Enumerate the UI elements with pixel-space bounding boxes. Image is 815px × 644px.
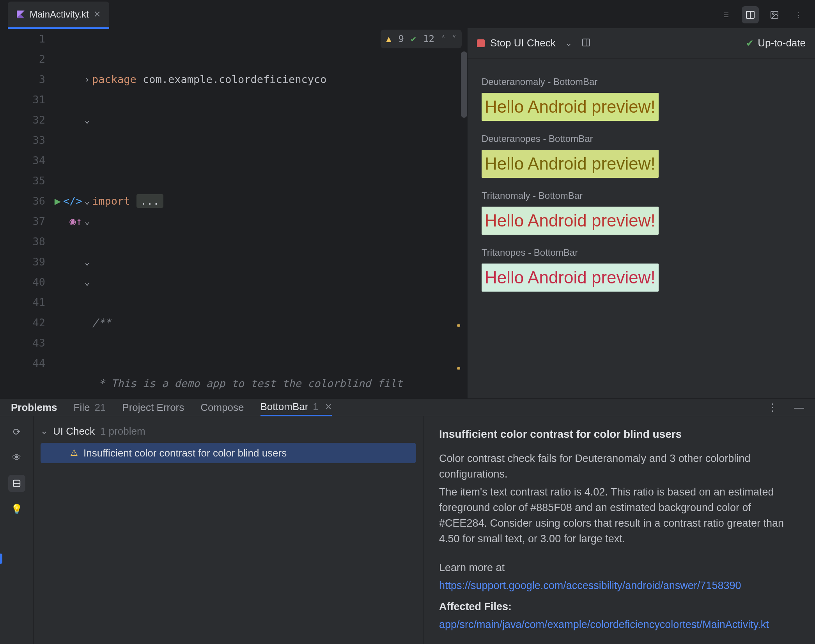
stop-icon xyxy=(477,39,485,47)
tab-count: 21 xyxy=(94,402,106,414)
tab-label: Compose xyxy=(200,402,244,414)
problems-tab-bottombar[interactable]: BottomBar 1 ✕ xyxy=(260,399,332,416)
stop-ui-check-label: Stop UI Check xyxy=(490,37,556,49)
tab-label: Project Errors xyxy=(122,402,184,414)
kebab-menu-icon[interactable]: ⋮ xyxy=(790,6,807,23)
details-view-icon[interactable] xyxy=(8,475,25,492)
line-number: 2 xyxy=(28,49,45,69)
line-number: 33 xyxy=(28,130,45,150)
fold-icon[interactable]: ⌄ xyxy=(85,252,90,272)
fold-icon[interactable]: ⌄ xyxy=(85,110,90,130)
code-content[interactable]: package com.example.colordeficiencyco im… xyxy=(92,28,467,398)
override-gutter-icon[interactable]: ◉↑ xyxy=(69,211,82,232)
code-editor[interactable]: 1 2 3› 31 32⌄ 33 34 35 36▶</>⌄ 37◉↑⌄ 38 … xyxy=(0,28,467,398)
preview-card[interactable]: Hello Android preview! xyxy=(482,150,659,178)
group-count: 1 problem xyxy=(100,425,145,437)
problems-title: Problems xyxy=(11,399,57,416)
list-view-icon[interactable]: ☰ xyxy=(718,6,735,23)
line-number: 41 xyxy=(28,292,45,313)
preview-card[interactable]: Hello Android preview! xyxy=(482,207,659,235)
line-number: 44 xyxy=(28,353,45,373)
problems-tab-file[interactable]: File 21 xyxy=(74,399,106,416)
preview-label: Deuteranomaly - BottomBar xyxy=(482,76,801,87)
tag-icon: </> xyxy=(63,191,82,211)
compose-preview-panel: Stop UI Check ⌄ ✔ Up-to-date Deuteranoma… xyxy=(467,28,815,398)
error-stripe[interactable] xyxy=(457,367,460,370)
inspections-widget[interactable]: ▲9 ✔12 ˄ ˅ xyxy=(381,30,462,48)
preview-label: Deuteranopes - BottomBar xyxy=(482,133,801,144)
preview-toolbar: Stop UI Check ⌄ ✔ Up-to-date xyxy=(468,28,815,58)
next-highlight-icon[interactable]: ˅ xyxy=(452,29,456,49)
image-view-icon[interactable] xyxy=(766,6,783,23)
line-number: 34 xyxy=(28,150,45,171)
prev-highlight-icon[interactable]: ˄ xyxy=(441,29,445,49)
problems-panel: Problems File 21 Project Errors Compose … xyxy=(0,398,815,644)
folded-imports[interactable]: ... xyxy=(136,194,163,208)
line-number: 38 xyxy=(28,232,45,252)
file-tab-label: MainActivity.kt xyxy=(30,9,89,20)
fold-icon[interactable]: ⌄ xyxy=(85,211,90,232)
run-gutter-icon[interactable]: ▶ xyxy=(55,191,61,211)
problems-group-ui-check[interactable]: ⌄ UI Check 1 problem xyxy=(41,422,416,441)
eye-icon[interactable]: 👁 xyxy=(8,449,25,466)
problems-tabbar: Problems File 21 Project Errors Compose … xyxy=(0,399,815,416)
pass-count: 12 xyxy=(423,29,434,49)
warning-count: 9 xyxy=(398,29,404,49)
problems-tree[interactable]: ⌄ UI Check 1 problem ⚠ Insufficient colo… xyxy=(34,416,423,644)
intention-bulb-icon[interactable]: 💡 xyxy=(8,501,25,518)
fold-icon[interactable]: › xyxy=(85,69,90,90)
tool-window-stripe-indicator xyxy=(0,554,2,564)
preview-status: ✔ Up-to-date xyxy=(746,37,806,49)
preview-label: Tritanopes - BottomBar xyxy=(482,247,801,258)
line-number: 3 xyxy=(28,69,45,90)
preview-list: Deuteranomaly - BottomBarHello Android p… xyxy=(468,58,815,398)
close-icon[interactable]: ✕ xyxy=(325,402,332,412)
chevron-down-icon[interactable]: ⌄ xyxy=(565,38,572,48)
stop-ui-check-button[interactable]: Stop UI Check xyxy=(477,37,556,49)
chevron-down-icon[interactable]: ⌄ xyxy=(41,426,48,436)
line-number: 37 xyxy=(28,211,45,232)
preview-status-label: Up-to-date xyxy=(758,37,806,49)
refresh-icon[interactable]: ⟳ xyxy=(8,423,25,441)
preview-card[interactable]: Hello Android preview! xyxy=(482,93,659,121)
problems-detail: Insufficient color contrast for color bl… xyxy=(423,416,815,644)
file-tab-mainactivity[interactable]: MainActivity.kt ✕ xyxy=(8,2,109,29)
kotlin-file-icon xyxy=(16,10,25,19)
problems-tab-project-errors[interactable]: Project Errors xyxy=(122,399,184,416)
line-number: 39 xyxy=(28,252,45,272)
editor-tabbar: MainActivity.kt ✕ ☰ ⋮ xyxy=(0,0,815,28)
error-stripe[interactable] xyxy=(457,324,460,327)
kebab-menu-icon[interactable]: ⋮ xyxy=(767,402,778,414)
problems-side-toolbar: ⟳ 👁 💡 xyxy=(0,416,34,644)
problems-item-color-contrast[interactable]: ⚠ Insufficient color contrast for color … xyxy=(41,443,416,463)
minimize-icon[interactable]: — xyxy=(794,402,804,414)
tab-count: 1 xyxy=(313,401,318,413)
editor-gutter: 1 2 3› 31 32⌄ 33 34 35 36▶</>⌄ 37◉↑⌄ 38 … xyxy=(0,28,92,398)
fold-icon[interactable]: ⌄ xyxy=(85,191,90,211)
warning-icon: ⚠ xyxy=(70,448,78,458)
line-number: 35 xyxy=(28,171,45,191)
learn-more-label: Learn more at xyxy=(439,560,799,575)
fold-icon[interactable]: ⌄ xyxy=(85,272,90,292)
close-icon[interactable]: ✕ xyxy=(94,9,101,19)
line-number: 1 xyxy=(28,29,45,49)
detail-paragraph: Color contrast check fails for Deuterano… xyxy=(439,451,799,482)
split-view-icon[interactable] xyxy=(742,6,759,23)
detail-paragraph: The item's text contrast ratio is 4.02. … xyxy=(439,484,799,547)
affected-file-link[interactable]: app/src/main/java/com/example/colordefic… xyxy=(439,619,769,630)
main-split: 1 2 3› 31 32⌄ 33 34 35 36▶</>⌄ 37◉↑⌄ 38 … xyxy=(0,28,815,398)
line-number: 36 xyxy=(28,191,45,211)
editor-scrollbar[interactable] xyxy=(461,51,467,118)
line-number: 32 xyxy=(28,110,45,130)
affected-files-label: Affected Files: xyxy=(439,599,799,614)
preview-card[interactable]: Hello Android preview! xyxy=(482,264,659,292)
preview-label: Tritanomaly - BottomBar xyxy=(482,190,801,201)
problems-tab-compose[interactable]: Compose xyxy=(200,399,244,416)
problems-item-label: Insufficient color contrast for color bl… xyxy=(83,447,287,459)
learn-more-link[interactable]: https://support.google.com/accessibility… xyxy=(439,580,741,591)
check-icon: ✔ xyxy=(411,29,416,49)
line-number: 42 xyxy=(28,313,45,333)
tab-label: BottomBar xyxy=(260,401,308,413)
group-label: UI Check xyxy=(53,425,95,437)
layout-options-icon[interactable] xyxy=(581,38,591,49)
